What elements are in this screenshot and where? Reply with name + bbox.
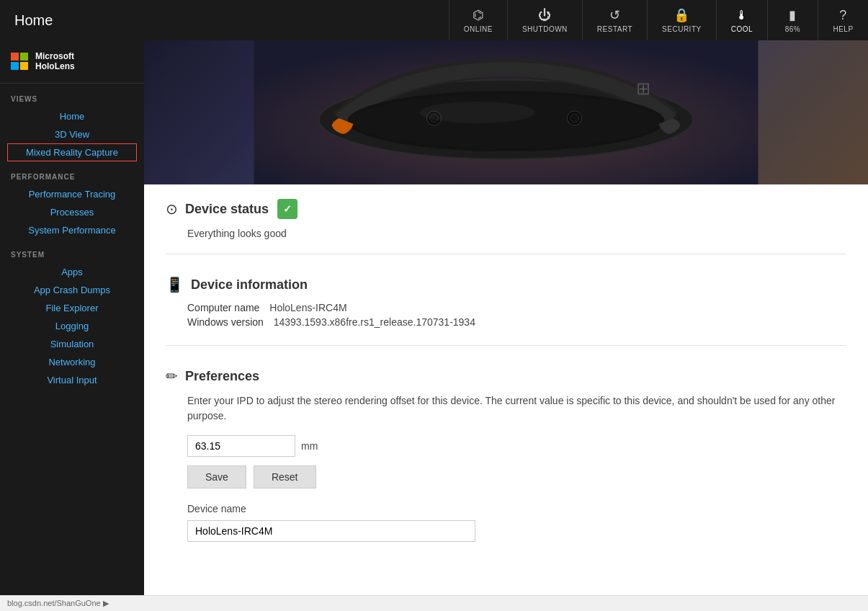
hero-image: ⊞ [144, 40, 868, 184]
microsoft-logo [11, 53, 28, 70]
device-status-section: ⊙ Device status ✓ Everything looks good [166, 199, 846, 254]
logo-text: Microsoft HoloLens [35, 51, 75, 72]
performance-section-label: PERFORMANCE [0, 161, 144, 185]
sidebar-item-home[interactable]: Home [0, 107, 144, 125]
help-action[interactable]: ? HELP [818, 0, 868, 40]
sidebar-item-system-performance[interactable]: System Performance [0, 221, 144, 239]
shutdown-icon: ⏻ [538, 8, 552, 23]
device-status-text: Everything looks good [187, 228, 846, 239]
content-area: ⊞ ⊙ Device status ✓ Everything looks goo… [144, 40, 868, 595]
shutdown-action[interactable]: ⏻ SHUTDOWN [507, 0, 582, 40]
device-info-icon: 📱 [166, 276, 184, 293]
hololen-hero-svg: ⊞ [144, 40, 868, 184]
windows-version-row: Windows version 14393.1593.x86fre.rs1_re… [187, 316, 846, 328]
status-bar: blog.csdn.net/ShanGuOne ▶ [0, 595, 868, 611]
status-badge: ✓ [277, 199, 297, 219]
logo-yellow-square [20, 62, 28, 70]
restart-action[interactable]: ↺ RESTART [582, 0, 647, 40]
preferences-section: ✏ Preferences Enter your IPD to adjust t… [166, 367, 846, 556]
system-section-label: SYSTEM [0, 239, 144, 263]
logo-line1: Microsoft [35, 51, 75, 61]
sidebar-item-networking[interactable]: Networking [0, 353, 144, 371]
device-name-input[interactable] [187, 520, 475, 542]
svg-text:⊞: ⊞ [636, 79, 650, 98]
preferences-title: Preferences [185, 369, 259, 384]
preferences-icon: ✏ [166, 367, 178, 385]
shutdown-label: SHUTDOWN [522, 25, 568, 33]
battery-label: 86% [785, 25, 801, 33]
views-section-label: VIEWS [0, 84, 144, 107]
sidebar-item-mixed-reality-capture[interactable]: Mixed Reality Capture [7, 143, 137, 161]
security-action[interactable]: 🔒 SECURITY [647, 0, 716, 40]
sidebar-item-simulation[interactable]: Simulation [0, 335, 144, 353]
device-info-section: 📱 Device information Computer name HoloL… [166, 276, 846, 346]
security-icon: 🔒 [674, 7, 690, 23]
save-button[interactable]: Save [187, 465, 246, 489]
computer-name-row: Computer name HoloLens-IRC4M [187, 302, 846, 313]
sidebar-logo: Microsoft HoloLens [0, 40, 144, 84]
battery-icon: ▮ [789, 7, 797, 23]
content-body: ⊙ Device status ✓ Everything looks good … [144, 184, 868, 592]
help-label: HELP [833, 25, 853, 33]
device-info-header: 📱 Device information [166, 276, 846, 293]
main-layout: Microsoft HoloLens VIEWS Home 3D View Mi… [0, 40, 868, 595]
ipd-unit: mm [301, 440, 318, 452]
svg-point-9 [420, 102, 535, 123]
sidebar-item-app-crash-dumps[interactable]: App Crash Dumps [0, 281, 144, 299]
computer-name-value: HoloLens-IRC4M [269, 302, 346, 313]
reset-button[interactable]: Reset [254, 465, 316, 489]
security-label: SECURITY [662, 25, 702, 33]
restart-label: RESTART [597, 25, 632, 33]
computer-name-label: Computer name [187, 302, 259, 313]
help-icon: ? [839, 8, 847, 23]
device-name-label: Device name [187, 503, 846, 514]
sidebar-item-logging[interactable]: Logging [0, 317, 144, 335]
restart-icon: ↺ [609, 7, 621, 23]
ipd-row: mm [187, 435, 846, 457]
sidebar-item-processes[interactable]: Processes [0, 203, 144, 221]
preferences-buttons: Save Reset [187, 465, 846, 489]
ipd-input[interactable] [187, 435, 295, 457]
cool-icon: 🌡 [735, 8, 749, 23]
device-info-title: Device information [191, 277, 308, 293]
online-action[interactable]: ⌬ ONLINE [449, 0, 507, 40]
logo-line2: HoloLens [35, 61, 75, 71]
logo-blue-square [11, 62, 19, 70]
device-status-icon: ⊙ [166, 200, 178, 218]
device-status-header: ⊙ Device status ✓ [166, 199, 846, 219]
sidebar: Microsoft HoloLens VIEWS Home 3D View Mi… [0, 40, 144, 595]
cool-action[interactable]: 🌡 COOL [716, 0, 767, 40]
preferences-description: Enter your IPD to adjust the stereo rend… [187, 393, 846, 424]
battery-action[interactable]: ▮ 86% [767, 0, 818, 40]
toolbar: Home ⌬ ONLINE ⏻ SHUTDOWN ↺ RESTART 🔒 SEC… [0, 0, 868, 40]
cool-label: COOL [731, 25, 753, 33]
sidebar-item-virtual-input[interactable]: Virtual Input [0, 371, 144, 389]
sidebar-item-file-explorer[interactable]: File Explorer [0, 299, 144, 317]
windows-version-label: Windows version [187, 316, 264, 328]
logo-red-square [11, 53, 19, 61]
windows-version-value: 14393.1593.x86fre.rs1_release.170731-193… [274, 316, 475, 328]
online-icon: ⌬ [473, 7, 485, 23]
logo-green-square [20, 53, 28, 61]
toolbar-title: Home [0, 0, 449, 40]
preferences-header: ✏ Preferences [166, 367, 846, 385]
online-label: ONLINE [464, 25, 493, 33]
svg-point-7 [571, 114, 579, 122]
sidebar-item-performance-tracing[interactable]: Performance Tracing [0, 185, 144, 203]
status-bar-text: blog.csdn.net/ShanGuOne ▶ [7, 599, 109, 608]
toolbar-actions: ⌬ ONLINE ⏻ SHUTDOWN ↺ RESTART 🔒 SECURITY… [449, 0, 868, 40]
device-status-title: Device status [185, 202, 269, 217]
sidebar-item-3dview[interactable]: 3D View [0, 125, 144, 143]
sidebar-item-apps[interactable]: Apps [0, 263, 144, 281]
